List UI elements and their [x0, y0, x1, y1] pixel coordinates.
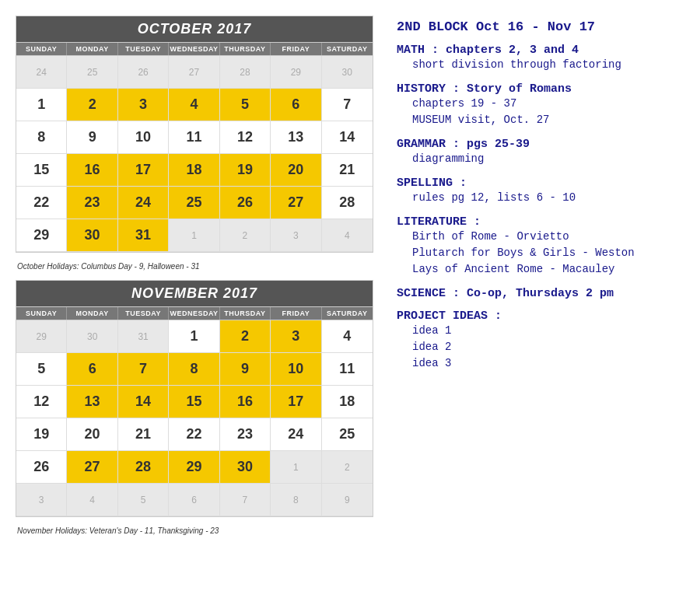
day-header: MONDAY [67, 307, 117, 320]
calendar-cell: 21 [118, 418, 169, 451]
calendar-cell: 13 [271, 121, 321, 154]
calendar-cell: 20 [271, 154, 321, 187]
subject-math-title: MATH : chapters 2, 3 and 4 [397, 44, 684, 57]
subject-project: PROJECT IDEAS :idea 1idea 2idea 3 [397, 309, 684, 372]
calendar-cell: 15 [169, 386, 219, 418]
calendar-cell: 27 [169, 56, 219, 89]
calendar-cell: 8 [271, 484, 321, 516]
calendar-cell: 12 [220, 121, 271, 154]
day-header: FRIDAY [271, 307, 321, 320]
calendar-cell: 1 [169, 219, 219, 252]
calendar-cell: 18 [169, 154, 219, 187]
calendar-cell: 30 [67, 320, 117, 353]
calendar-cell: 14 [322, 121, 373, 154]
calendar-cell: 4 [322, 320, 373, 353]
calendar-cell: 3 [271, 320, 321, 353]
calendar-cell: 4 [169, 89, 219, 121]
november-grid: SUNDAYMONDAYTUESDAYWEDNESDAYTHURSDAYFRID… [16, 306, 373, 320]
calendar-cell: 1 [16, 89, 67, 121]
day-header: WEDNESDAY [169, 43, 219, 55]
subject-science-title: SCIENCE : Co-op, Thursdays 2 pm [397, 287, 684, 300]
calendar-cell: 15 [16, 154, 67, 187]
calendar-cell: 10 [271, 353, 321, 386]
subject-science: SCIENCE : Co-op, Thursdays 2 pm [397, 287, 684, 300]
calendar-cell: 28 [118, 451, 169, 484]
day-header: FRIDAY [271, 43, 321, 55]
calendar-cell: 10 [118, 121, 169, 154]
calendar-cell: 5 [118, 484, 169, 516]
calendar-cell: 9 [220, 353, 271, 386]
calendar-cell: 29 [16, 219, 67, 252]
calendar-cell: 6 [169, 484, 219, 516]
calendar-cell: 3 [271, 219, 321, 252]
day-header: TUESDAY [118, 43, 169, 55]
calendar-cell: 25 [322, 418, 373, 451]
calendar-cell: 31 [118, 320, 169, 353]
november-calendar: NOVEMBER 2017 SUNDAYMONDAYTUESDAYWEDNESD… [16, 280, 373, 517]
day-header: SUNDAY [16, 43, 67, 55]
calendar-cell: 24 [118, 187, 169, 219]
calendar-cell: 26 [118, 56, 169, 89]
subject-project-detail: idea 2 [397, 339, 684, 355]
calendar-cell: 31 [118, 219, 169, 252]
calendar-cell: 30 [322, 56, 373, 89]
calendar-cell: 5 [220, 89, 271, 121]
october-calendar: OCTOBER 2017 SUNDAYMONDAYTUESDAYWEDNESDA… [16, 16, 373, 253]
calendar-cell: 30 [220, 451, 271, 484]
calendar-cell: 8 [16, 121, 67, 154]
calendar-cell: 17 [271, 386, 321, 418]
calendar-cell: 20 [67, 418, 117, 451]
right-panel: 2ND BLOCK Oct 16 - Nov 17 MATH : chapter… [389, 16, 684, 575]
calendar-cell: 25 [67, 56, 117, 89]
calendar-cell: 5 [16, 353, 67, 386]
calendar-cell: 8 [169, 353, 219, 386]
calendar-cell: 29 [271, 56, 321, 89]
subject-spelling-title: SPELLING : [397, 177, 684, 190]
calendar-cell: 24 [271, 418, 321, 451]
calendar-cell: 2 [67, 89, 117, 121]
october-note: October Holidays: Columbus Day - 9, Hall… [16, 259, 373, 274]
left-panel: OCTOBER 2017 SUNDAYMONDAYTUESDAYWEDNESDA… [16, 16, 373, 575]
calendar-cell: 30 [67, 219, 117, 252]
calendar-cell: 3 [118, 89, 169, 121]
subject-literature-title: LITERATURE : [397, 215, 684, 229]
calendar-cell: 4 [67, 484, 117, 516]
calendar-cell: 27 [271, 187, 321, 219]
day-header: SUNDAY [16, 307, 67, 320]
calendar-cell: 27 [67, 451, 117, 484]
calendar-cell: 21 [322, 154, 373, 187]
calendar-cell: 2 [322, 451, 373, 484]
subject-project-detail: idea 1 [397, 323, 684, 339]
calendar-cell: 28 [322, 187, 373, 219]
subject-grammar-title: GRAMMAR : pgs 25-39 [397, 138, 684, 151]
subjects-container: MATH : chapters 2, 3 and 4short division… [397, 44, 684, 372]
calendar-cell: 16 [67, 154, 117, 187]
calendar-cell: 1 [271, 451, 321, 484]
subject-literature-detail: Birth of Rome - Orvietto [397, 229, 684, 245]
subject-literature: LITERATURE :Birth of Rome - OrviettoPlut… [397, 215, 684, 278]
subject-project-title: PROJECT IDEAS : [397, 309, 684, 323]
subject-grammar-detail: diagramming [397, 151, 684, 167]
calendar-cell: 2 [220, 320, 271, 353]
calendar-cell: 7 [322, 89, 373, 121]
calendar-cell: 22 [16, 187, 67, 219]
calendar-cell: 26 [220, 187, 271, 219]
calendar-cell: 25 [169, 187, 219, 219]
calendar-cell: 7 [220, 484, 271, 516]
calendar-cell: 9 [67, 121, 117, 154]
calendar-cell: 3 [16, 484, 67, 516]
calendar-cell: 28 [220, 56, 271, 89]
calendar-cell: 7 [118, 353, 169, 386]
subject-history-detail: MUSEUM visit, Oct. 27 [397, 112, 684, 128]
day-header: TUESDAY [118, 307, 169, 320]
november-title: NOVEMBER 2017 [16, 281, 373, 306]
subject-spelling-detail: rules pg 12, lists 6 - 10 [397, 190, 684, 206]
calendar-cell: 11 [169, 121, 219, 154]
calendar-cell: 23 [67, 187, 117, 219]
calendar-cell: 12 [16, 386, 67, 418]
subject-history-title: HISTORY : Story of Romans [397, 82, 684, 96]
calendar-cell: 16 [220, 386, 271, 418]
day-header: SATURDAY [322, 307, 373, 320]
block-title: 2ND BLOCK Oct 16 - Nov 17 [397, 19, 684, 34]
calendar-cell: 13 [67, 386, 117, 418]
